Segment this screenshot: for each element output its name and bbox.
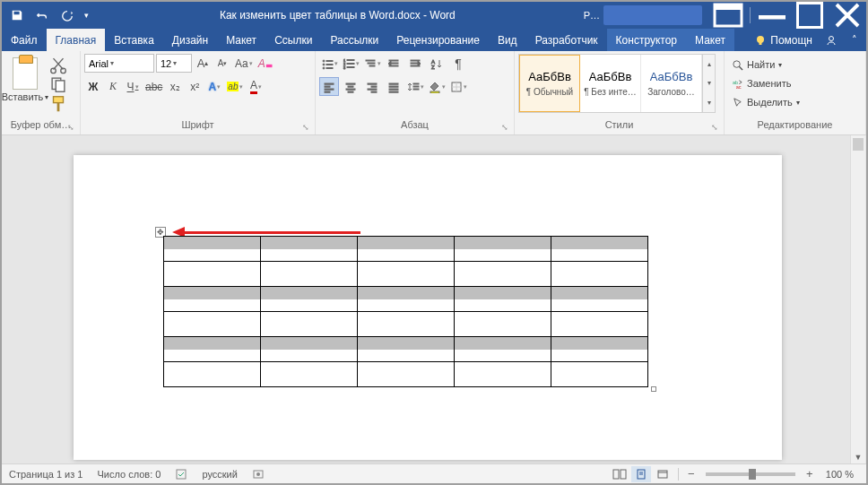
table-row[interactable] (164, 312, 648, 337)
word-count[interactable]: Число слов: 0 (90, 464, 168, 483)
scrollbar-thumb[interactable] (853, 138, 864, 151)
read-mode-button[interactable] (610, 466, 629, 482)
print-layout-button[interactable] (631, 466, 651, 482)
line-spacing-button[interactable]: ▾ (405, 77, 425, 96)
tell-me[interactable]: Помощн (747, 29, 820, 51)
quick-access-toolbar: ▾ (2, 4, 95, 27)
increase-indent-button[interactable] (405, 54, 425, 73)
table-row[interactable] (164, 237, 648, 262)
table-row[interactable] (164, 337, 648, 362)
tab-table-design[interactable]: Конструктор (607, 29, 686, 51)
bold-button[interactable]: Ж (84, 77, 102, 96)
tab-layout[interactable]: Макет (217, 29, 265, 51)
tab-references[interactable]: Ссылки (265, 29, 321, 51)
maximize-button[interactable] (791, 2, 829, 29)
borders-button[interactable]: ▾ (448, 77, 468, 96)
svg-rect-64 (177, 470, 186, 479)
vertical-scrollbar[interactable]: ▼ (850, 135, 865, 463)
find-button[interactable]: Найти▾ (728, 56, 803, 74)
table-resize-handle[interactable] (651, 386, 656, 392)
strikethrough-button[interactable]: abc (143, 77, 164, 96)
svg-rect-52 (389, 91, 398, 92)
superscript-button[interactable]: x² (186, 77, 204, 96)
minimize-button[interactable] (753, 2, 791, 29)
tab-view[interactable]: Вид (489, 29, 526, 51)
table-row[interactable] (164, 287, 648, 312)
subscript-button[interactable]: x₂ (166, 77, 184, 96)
styles-launcher[interactable]: ⤡ (709, 122, 720, 133)
text-effects-button[interactable]: A▾ (205, 77, 223, 96)
underline-button[interactable]: Ч▾ (124, 77, 142, 96)
multilevel-button[interactable]: ▾ (362, 54, 382, 73)
grow-font-button[interactable]: A▴ (194, 54, 212, 73)
font-size-combo[interactable]: 12▾ (156, 54, 192, 73)
shading-button[interactable]: ▾ (427, 77, 447, 96)
zoom-knob[interactable] (749, 469, 756, 480)
spellcheck-button[interactable] (168, 464, 195, 483)
clear-formatting-button[interactable]: A (256, 54, 276, 73)
bullets-button[interactable]: ▾ (319, 54, 339, 73)
document-table[interactable] (163, 236, 648, 387)
zoom-out-button[interactable]: − (684, 467, 699, 481)
style-heading1[interactable]: АаБбВв Заголово… (641, 55, 702, 112)
tab-design[interactable]: Дизайн (163, 29, 217, 51)
undo-button[interactable] (30, 4, 54, 27)
paste-button[interactable]: Вставить▾ (5, 54, 45, 102)
table-row[interactable] (164, 262, 648, 287)
zoom-in-button[interactable]: + (803, 467, 817, 481)
zoom-level[interactable]: 100 % (819, 469, 861, 480)
zoom-slider[interactable] (706, 472, 795, 476)
font-color-button[interactable]: A▾ (247, 77, 265, 96)
tab-table-layout[interactable]: Макет (686, 29, 734, 51)
replace-button[interactable]: abac Заменить (728, 74, 803, 92)
shrink-font-button[interactable]: A▾ (213, 54, 231, 73)
tab-developer[interactable]: Разработчик (526, 29, 607, 51)
change-case-button[interactable]: Aa▾ (233, 54, 255, 73)
page-indicator[interactable]: Страница 1 из 1 (2, 464, 90, 483)
language-indicator[interactable]: русский (195, 464, 244, 483)
table-row[interactable] (164, 362, 648, 387)
file-badge[interactable]: P… (580, 10, 603, 21)
tab-file[interactable]: Файл (2, 29, 47, 51)
tab-insert[interactable]: Вставка (105, 29, 163, 51)
highlight-button[interactable]: ab▾ (225, 77, 245, 96)
paragraph-launcher[interactable]: ⤡ (499, 122, 510, 133)
align-right-button[interactable] (362, 77, 382, 96)
svg-point-6 (829, 36, 834, 40)
save-button[interactable] (5, 4, 29, 27)
italic-button[interactable]: К (104, 77, 122, 96)
clipboard-launcher[interactable]: ⤡ (65, 122, 76, 133)
copy-button[interactable] (48, 75, 68, 93)
select-button[interactable]: Выделить▾ (728, 93, 803, 111)
font-launcher[interactable]: ⤡ (300, 122, 311, 133)
qat-customize[interactable]: ▾ (81, 4, 91, 27)
svg-rect-11 (54, 97, 64, 103)
format-painter-button[interactable] (48, 95, 68, 113)
tab-home[interactable]: Главная (47, 29, 106, 51)
share-button[interactable] (820, 29, 843, 51)
collapse-ribbon-button[interactable]: ˄ (843, 29, 866, 51)
ribbon-options-button[interactable] (709, 2, 747, 29)
macro-button[interactable] (245, 464, 272, 483)
tab-review[interactable]: Рецензирование (387, 29, 489, 51)
tab-mailings[interactable]: Рассылки (321, 29, 387, 51)
align-center-button[interactable] (341, 77, 360, 96)
close-button[interactable] (829, 2, 866, 29)
page[interactable]: ✥ (74, 155, 782, 460)
user-account[interactable] (603, 5, 702, 25)
titlebar: ▾ Как изменить цвет таблицы в Word.docx … (2, 2, 866, 29)
font-name-combo[interactable]: Arial▾ (84, 54, 154, 73)
show-marks-button[interactable]: ¶ (448, 54, 468, 73)
justify-button[interactable] (384, 77, 404, 96)
styles-more-button[interactable]: ▴▾▾ (702, 55, 715, 112)
style-normal[interactable]: АаБбВв ¶ Обычный (519, 55, 580, 112)
style-no-spacing[interactable]: АаБбВв ¶ Без инте… (580, 55, 641, 112)
cut-button[interactable] (48, 56, 68, 74)
web-layout-button[interactable] (653, 466, 673, 482)
sort-button[interactable]: AZ (427, 54, 447, 73)
align-left-button[interactable] (319, 77, 339, 96)
scroll-down-arrow[interactable]: ▼ (851, 453, 865, 462)
numbering-button[interactable]: 123▾ (341, 54, 360, 73)
redo-button[interactable] (56, 4, 79, 27)
decrease-indent-button[interactable] (384, 54, 404, 73)
